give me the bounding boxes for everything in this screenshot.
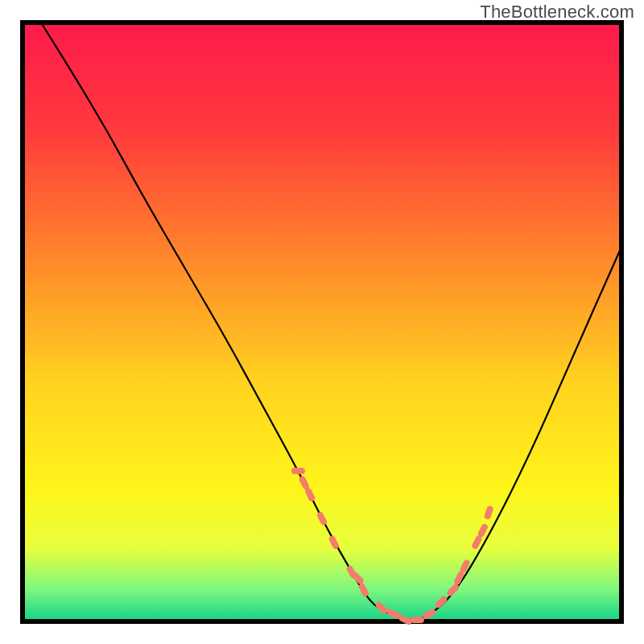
- highlight-dot: [488, 510, 490, 517]
- highlight-dot: [320, 515, 324, 522]
- highlight-dot: [308, 492, 312, 498]
- highlight-dot: [362, 587, 365, 593]
- highlight-dot: [426, 613, 432, 616]
- gradient-background: [24, 24, 620, 620]
- highlight-dot: [355, 576, 360, 580]
- highlight-dot: [303, 480, 306, 486]
- highlight-dot: [457, 575, 460, 581]
- highlight-dot: [451, 588, 456, 592]
- highlight-dot: [439, 600, 444, 605]
- highlight-dot: [475, 539, 478, 546]
- highlight-dot: [481, 527, 485, 534]
- chart-canvas: TheBottleneck.com: [0, 0, 644, 644]
- highlight-dot: [332, 539, 336, 546]
- bottleneck-plot: [0, 0, 644, 644]
- highlight-dot: [464, 563, 467, 569]
- highlight-dot: [402, 618, 409, 621]
- highlight-dot: [390, 613, 397, 616]
- highlight-dot: [379, 605, 384, 610]
